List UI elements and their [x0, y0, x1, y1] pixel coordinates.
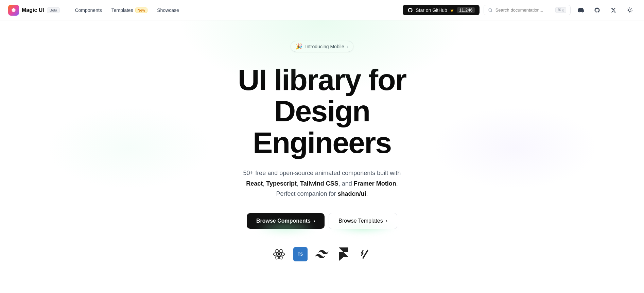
nav-link-components[interactable]: Components — [71, 5, 106, 15]
navbar: Magic UI Beta Components Templates New S… — [0, 0, 644, 20]
svg-point-1 — [628, 9, 631, 12]
github-nav-icon — [594, 7, 600, 13]
framer-icon — [336, 247, 351, 262]
logo-text: Magic UI — [22, 7, 44, 13]
search-kbd: ⌘ K — [555, 7, 566, 13]
twitter-button[interactable] — [607, 4, 620, 16]
navbar-right: Star on GitHub ★ 11,246 ⌘ K — [403, 4, 636, 16]
discord-icon — [578, 7, 584, 13]
browse-templates-button[interactable]: Browse Templates › — [329, 213, 397, 229]
hero-techs: React — [246, 180, 263, 187]
browse-components-button[interactable]: Browse Components › — [247, 213, 325, 229]
navbar-left: Magic UI Beta Components Templates New S… — [8, 5, 183, 16]
hero-section: 🎉 Introducing Mobile › UI library for De… — [0, 20, 644, 275]
discord-button[interactable] — [575, 4, 587, 16]
nav-link-templates[interactable]: Templates New — [107, 5, 152, 15]
introducing-emoji: 🎉 — [296, 43, 302, 50]
theme-toggle-button[interactable] — [624, 4, 636, 16]
twitter-icon — [611, 7, 616, 13]
shadcn-icon — [358, 247, 373, 262]
search-box[interactable]: ⌘ K — [484, 5, 571, 15]
search-input[interactable] — [495, 7, 553, 13]
typescript-icon: TS — [293, 247, 308, 261]
theme-icon — [627, 7, 633, 13]
hero-subtitle: 50+ free and open-source animated compon… — [243, 168, 401, 199]
hero-framer: Framer Motion — [354, 180, 396, 187]
hero-typescript: Typescript — [266, 180, 297, 187]
tailwind-icon — [314, 247, 329, 262]
nav-link-showcase[interactable]: Showcase — [153, 5, 183, 15]
tech-icons: TS — [272, 247, 373, 262]
introducing-text: Introducing Mobile — [305, 44, 344, 49]
nav-links: Components Templates New Showcase — [71, 5, 183, 15]
browse-components-chevron: › — [313, 218, 315, 224]
svg-point-2 — [278, 253, 280, 255]
beta-badge: Beta — [47, 7, 60, 13]
star-icon: ★ — [450, 7, 454, 13]
github-star-button[interactable]: Star on GitHub ★ 11,246 — [403, 5, 479, 15]
github-icon — [407, 7, 413, 13]
templates-new-badge: New — [135, 7, 148, 13]
search-icon — [488, 8, 493, 13]
browse-templates-chevron: › — [386, 218, 387, 224]
github-button[interactable] — [591, 4, 603, 16]
cta-buttons: Browse Components › Browse Templates › — [247, 213, 397, 229]
hero-title: UI library for Design Engineers — [203, 64, 441, 158]
hero-shadcn: shadcn/ui — [338, 190, 366, 197]
introducing-pill[interactable]: 🎉 Introducing Mobile › — [291, 41, 353, 52]
logo-area[interactable]: Magic UI Beta — [8, 5, 60, 16]
github-star-label: Star on GitHub — [416, 7, 447, 13]
hero-tailwind: Tailwind CSS — [300, 180, 338, 187]
star-count: 11,246 — [457, 7, 475, 13]
logo-icon — [8, 5, 19, 16]
introducing-chevron: › — [347, 44, 348, 49]
browse-components-wrapper: Browse Components › — [247, 213, 325, 229]
react-icon — [272, 247, 286, 262]
